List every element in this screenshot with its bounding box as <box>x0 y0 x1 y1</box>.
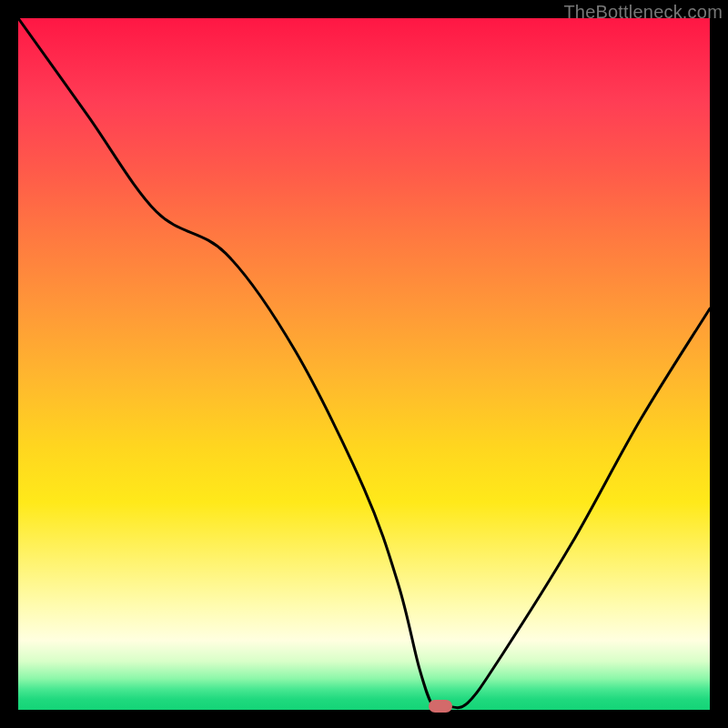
chart-marker <box>429 700 452 713</box>
chart-frame: TheBottleneck.com <box>0 0 728 728</box>
chart-line <box>18 18 710 710</box>
chart-plot-area <box>18 18 710 710</box>
